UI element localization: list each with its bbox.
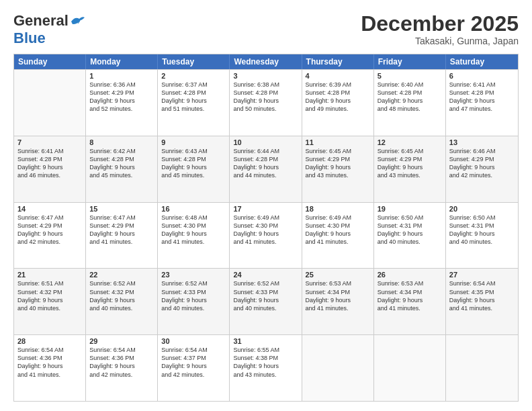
cell-info-line: Daylight: 9 hours <box>306 163 370 171</box>
cell-info-line: Sunrise: 6:36 AM <box>89 81 154 89</box>
calendar-row: 7Sunrise: 6:41 AMSunset: 4:28 PMDaylight… <box>14 136 518 202</box>
cell-info-line: Daylight: 9 hours <box>17 163 82 171</box>
cell-info-line: Daylight: 9 hours <box>161 296 226 304</box>
day-number: 26 <box>378 271 442 279</box>
cell-info-line: and 40 minutes. <box>17 304 82 312</box>
cell-info-line: Sunset: 4:32 PM <box>17 288 82 296</box>
calendar: SundayMondayTuesdayWednesdayThursdayFrid… <box>13 54 519 402</box>
calendar-cell: 22Sunrise: 6:52 AMSunset: 4:32 PMDayligh… <box>86 269 158 334</box>
cell-info-line: Sunset: 4:29 PM <box>306 155 370 163</box>
cell-info-line: Daylight: 9 hours <box>449 97 515 105</box>
calendar-cell: 31Sunrise: 6:55 AMSunset: 4:38 PMDayligh… <box>230 335 302 401</box>
cell-info-line: and 41 minutes. <box>306 304 370 312</box>
cell-info-line: Sunset: 4:28 PM <box>161 89 226 97</box>
cell-info-line: Sunrise: 6:50 AM <box>378 214 442 222</box>
cell-info-line: and 40 minutes. <box>233 304 298 312</box>
cell-info-line: and 40 minutes. <box>89 304 154 312</box>
cell-info-line: Daylight: 9 hours <box>233 362 298 370</box>
cell-info-line: Sunrise: 6:40 AM <box>378 81 442 89</box>
cell-info-line: Daylight: 9 hours <box>161 230 226 238</box>
cell-info-line: Sunrise: 6:53 AM <box>306 279 370 287</box>
day-number: 29 <box>89 337 154 345</box>
cell-info-line: Sunrise: 6:52 AM <box>161 279 226 287</box>
day-number: 24 <box>233 271 298 279</box>
calendar-cell: 28Sunrise: 6:54 AMSunset: 4:36 PMDayligh… <box>14 335 86 401</box>
cell-info-line: Sunrise: 6:39 AM <box>306 81 370 89</box>
cell-info-line: Daylight: 9 hours <box>378 163 442 171</box>
calendar-cell: 23Sunrise: 6:52 AMSunset: 4:33 PMDayligh… <box>158 269 230 334</box>
day-number: 27 <box>449 271 515 279</box>
cell-info-line: Sunrise: 6:41 AM <box>449 81 515 89</box>
cell-info-line: Sunset: 4:28 PM <box>161 155 226 163</box>
cell-info-line: Daylight: 9 hours <box>89 230 154 238</box>
cell-info-line: Sunrise: 6:41 AM <box>17 147 82 155</box>
cell-info-line: Sunrise: 6:51 AM <box>17 279 82 287</box>
cell-info-line: and 43 minutes. <box>306 171 370 179</box>
cell-info-line: Sunset: 4:35 PM <box>449 288 515 296</box>
calendar-cell <box>446 335 518 401</box>
cell-info-line: Daylight: 9 hours <box>89 362 154 370</box>
cell-info-line: Sunset: 4:28 PM <box>89 155 154 163</box>
cell-info-line: Sunset: 4:36 PM <box>17 354 82 362</box>
calendar-cell: 11Sunrise: 6:45 AMSunset: 4:29 PMDayligh… <box>302 136 374 202</box>
calendar-row: 14Sunrise: 6:47 AMSunset: 4:29 PMDayligh… <box>14 202 518 269</box>
day-number: 22 <box>89 271 154 279</box>
cell-info-line: and 47 minutes. <box>449 105 515 113</box>
cell-info-line: Daylight: 9 hours <box>17 362 82 370</box>
day-number: 14 <box>17 205 82 213</box>
day-number: 25 <box>306 271 370 279</box>
cell-info-line: Daylight: 9 hours <box>378 230 442 238</box>
calendar-cell: 4Sunrise: 6:39 AMSunset: 4:28 PMDaylight… <box>302 70 374 136</box>
calendar-cell: 6Sunrise: 6:41 AMSunset: 4:28 PMDaylight… <box>446 70 518 136</box>
logo-bird-icon <box>70 15 85 27</box>
day-number: 2 <box>161 72 226 80</box>
cell-info-line: Sunset: 4:31 PM <box>378 222 442 230</box>
cell-info-line: Sunset: 4:37 PM <box>161 354 226 362</box>
calendar-cell: 7Sunrise: 6:41 AMSunset: 4:28 PMDaylight… <box>14 136 86 202</box>
cell-info-line: Sunrise: 6:45 AM <box>306 147 370 155</box>
cell-info-line: Daylight: 9 hours <box>449 230 515 238</box>
calendar-cell: 25Sunrise: 6:53 AMSunset: 4:34 PMDayligh… <box>302 269 374 334</box>
cell-info-line: and 51 minutes. <box>161 105 226 113</box>
logo-blue: Blue <box>13 30 46 47</box>
weekday-header: Saturday <box>446 54 518 69</box>
cell-info-line: Sunrise: 6:49 AM <box>306 214 370 222</box>
day-number: 5 <box>378 72 442 80</box>
cell-info-line: Daylight: 9 hours <box>17 296 82 304</box>
cell-info-line: and 41 minutes. <box>17 371 82 379</box>
calendar-cell: 15Sunrise: 6:47 AMSunset: 4:29 PMDayligh… <box>86 203 158 269</box>
cell-info-line: Daylight: 9 hours <box>306 97 370 105</box>
calendar-cell: 5Sunrise: 6:40 AMSunset: 4:28 PMDaylight… <box>374 70 446 136</box>
calendar-row: 21Sunrise: 6:51 AMSunset: 4:32 PMDayligh… <box>14 268 518 334</box>
cell-info-line: and 44 minutes. <box>233 171 298 179</box>
cell-info-line: Sunset: 4:28 PM <box>378 89 442 97</box>
cell-info-line: Sunrise: 6:54 AM <box>17 346 82 354</box>
logo: General Blue <box>13 12 85 47</box>
cell-info-line: Sunrise: 6:52 AM <box>233 279 298 287</box>
cell-info-line: Daylight: 9 hours <box>17 230 82 238</box>
cell-info-line: Sunrise: 6:50 AM <box>449 214 515 222</box>
cell-info-line: Sunset: 4:29 PM <box>17 222 82 230</box>
cell-info-line: Sunset: 4:28 PM <box>17 155 82 163</box>
cell-info-line: and 40 minutes. <box>449 238 515 246</box>
cell-info-line: Daylight: 9 hours <box>306 230 370 238</box>
cell-info-line: and 41 minutes. <box>306 238 370 246</box>
calendar-cell: 14Sunrise: 6:47 AMSunset: 4:29 PMDayligh… <box>14 203 86 269</box>
cell-info-line: Sunrise: 6:42 AM <box>89 147 154 155</box>
day-number: 23 <box>161 271 226 279</box>
cell-info-line: Sunrise: 6:45 AM <box>378 147 442 155</box>
cell-info-line: Sunrise: 6:43 AM <box>161 147 226 155</box>
calendar-cell <box>374 335 446 401</box>
cell-info-line: Sunset: 4:34 PM <box>378 288 442 296</box>
calendar-cell: 24Sunrise: 6:52 AMSunset: 4:33 PMDayligh… <box>230 269 302 334</box>
cell-info-line: Sunset: 4:28 PM <box>306 89 370 97</box>
cell-info-line: Sunrise: 6:54 AM <box>161 346 226 354</box>
cell-info-line: Daylight: 9 hours <box>233 97 298 105</box>
day-number: 21 <box>17 271 82 279</box>
day-number: 13 <box>449 138 515 146</box>
cell-info-line: Sunset: 4:28 PM <box>233 89 298 97</box>
cell-info-line: Sunrise: 6:38 AM <box>233 81 298 89</box>
cell-info-line: Sunset: 4:38 PM <box>233 354 298 362</box>
calendar-cell: 8Sunrise: 6:42 AMSunset: 4:28 PMDaylight… <box>86 136 158 202</box>
cell-info-line: Sunset: 4:30 PM <box>306 222 370 230</box>
